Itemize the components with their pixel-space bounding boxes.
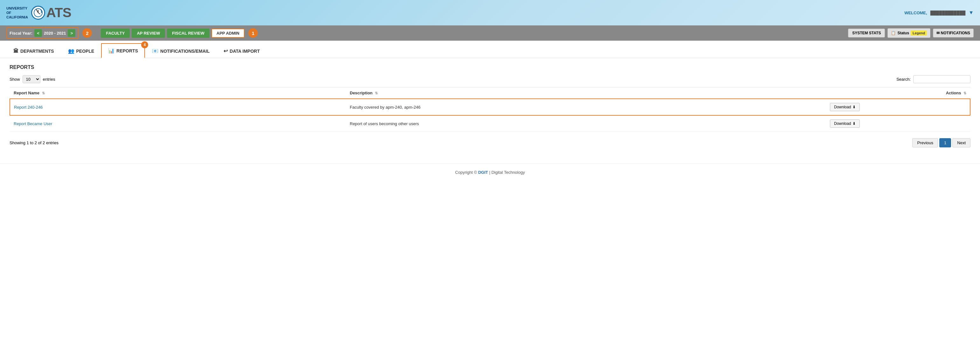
col-actions[interactable]: Actions ⇅: [826, 87, 970, 99]
show-label: Show: [10, 77, 20, 82]
nav-buttons: FACULTY AP REVIEW FISCAL REVIEW APP ADMI…: [101, 28, 245, 38]
badge-1: 1: [248, 28, 258, 38]
data-import-icon: ↩: [224, 48, 228, 54]
reports-badge: 4: [141, 41, 148, 48]
people-icon: 👥: [68, 48, 75, 54]
tab-reports-label: REPORTS: [116, 48, 138, 53]
departments-icon: 🏛: [13, 48, 18, 54]
report-desc-cell: Report of users becoming other users: [346, 116, 826, 132]
oats-logo: ATS: [31, 5, 71, 21]
report-240-246-desc: Faculty covered by apm-240, apm-246: [350, 105, 421, 109]
nav-bar: Fiscal Year: < 2020 - 2021 > 2 FACULTY A…: [0, 25, 980, 41]
faculty-button[interactable]: FACULTY: [101, 28, 130, 38]
badge-2: 2: [82, 28, 92, 38]
page-1-button[interactable]: 1: [939, 138, 951, 147]
report-became-user-desc: Report of users becoming other users: [350, 121, 419, 126]
col-report-name-label: Report Name: [14, 90, 40, 95]
welcome-user: ████████████: [931, 11, 966, 15]
legend-badge: Legend: [911, 30, 927, 36]
col-description[interactable]: Description ⇅: [346, 87, 826, 99]
entries-label: entries: [43, 77, 55, 82]
fiscal-year-label: Fiscal Year:: [10, 31, 32, 36]
sort-name-icon: ⇅: [42, 91, 45, 95]
oats-clock-icon: [31, 6, 45, 20]
col-actions-label: Actions: [946, 90, 961, 95]
status-label: Status: [897, 31, 909, 35]
tab-data-import-label: DATA IMPORT: [229, 49, 260, 54]
show-entries-section: Show 10 25 50 100 entries: [10, 75, 55, 83]
tab-reports[interactable]: 📊 REPORTS 4: [101, 43, 145, 58]
report-became-user-link[interactable]: Report Became User: [14, 121, 52, 126]
fiscal-review-button[interactable]: FISCAL REVIEW: [167, 28, 210, 38]
tab-departments-label: DEPARTMENTS: [20, 49, 54, 54]
system-stats-button[interactable]: SYSTEM STATS: [848, 28, 885, 38]
sub-nav: 🏛 DEPARTMENTS 👥 PEOPLE 📊 REPORTS 4 📧 NOT…: [0, 43, 980, 58]
fiscal-year-prev-button[interactable]: <: [34, 29, 42, 37]
nav-right: SYSTEM STATS 📋 Status Legend ✉ NOTIFICAT…: [848, 28, 974, 38]
sort-actions-icon: ⇅: [964, 91, 966, 95]
tab-people-label: PEOPLE: [76, 49, 94, 54]
app-header: UNIVERSITY OF CALIFORNIA ATS WELCOME, ██…: [0, 0, 980, 25]
table-row: Report Became User Report of users becom…: [10, 116, 970, 132]
page-title: REPORTS: [10, 65, 970, 70]
footer-company: Digital Technology: [491, 170, 525, 175]
user-dropdown-icon[interactable]: ▼: [969, 10, 974, 16]
fiscal-year-section: Fiscal Year: < 2020 - 2021 >: [6, 27, 78, 39]
tab-departments[interactable]: 🏛 DEPARTMENTS: [6, 44, 61, 58]
next-button[interactable]: Next: [952, 138, 970, 147]
copyright-text: Copyright ©: [455, 170, 477, 175]
download-240-246-button[interactable]: Download ⬇: [830, 103, 860, 111]
report-name-cell: Report Became User: [10, 116, 346, 132]
report-action-cell: Download ⬇: [826, 116, 970, 132]
dgit-label: DGIT: [478, 170, 488, 175]
table-row: Report 240-246 Faculty covered by apm-24…: [10, 99, 970, 116]
fiscal-year-value: 2020 - 2021: [44, 31, 66, 36]
previous-button[interactable]: Previous: [912, 138, 938, 147]
header-right: WELCOME, ████████████ ▼: [904, 10, 974, 16]
search-section: Search:: [896, 75, 970, 83]
notifications-button[interactable]: ✉ NOTIFICATIONS: [933, 28, 974, 38]
ap-review-button[interactable]: AP REVIEW: [132, 28, 165, 38]
reports-icon: 📊: [108, 47, 115, 54]
app-name: ATS: [46, 5, 71, 21]
logo-section: UNIVERSITY OF CALIFORNIA ATS: [6, 5, 71, 21]
app-admin-button[interactable]: APP ADMIN: [212, 28, 245, 38]
download-label: Download: [834, 105, 851, 109]
col-report-name[interactable]: Report Name ⇅: [10, 87, 346, 99]
tab-people[interactable]: 👥 PEOPLE: [61, 44, 102, 58]
table-footer: Showing 1 to 2 of 2 entries Previous 1 N…: [10, 138, 970, 147]
status-icon: 📋: [891, 31, 896, 35]
main-content: REPORTS Show 10 25 50 100 entries Search…: [0, 58, 980, 154]
table-controls: Show 10 25 50 100 entries Search:: [10, 75, 970, 83]
download-icon-2: ⬇: [853, 121, 856, 126]
sort-desc-icon: ⇅: [375, 91, 378, 95]
download-icon: ⬇: [853, 105, 856, 109]
tab-notifications[interactable]: 📧 NOTIFICATIONS/EMAIL: [145, 44, 216, 58]
uc-text: UNIVERSITY OF CALIFORNIA: [6, 6, 28, 20]
report-name-cell: Report 240-246: [10, 99, 346, 116]
pagination: Previous 1 Next: [912, 138, 970, 147]
download-became-user-button[interactable]: Download ⬇: [830, 119, 860, 128]
report-240-246-link[interactable]: Report 240-246: [14, 105, 43, 109]
tab-data-import[interactable]: ↩ DATA IMPORT: [216, 44, 267, 58]
tab-notifications-label: NOTIFICATIONS/EMAIL: [160, 49, 210, 54]
search-label: Search:: [896, 77, 911, 82]
welcome-label: WELCOME,: [904, 11, 927, 15]
report-action-cell: Download ⬇: [826, 99, 970, 116]
report-desc-cell: Faculty covered by apm-240, apm-246: [346, 99, 826, 116]
status-button[interactable]: 📋 Status Legend: [888, 28, 931, 38]
table-header-row: Report Name ⇅ Description ⇅ Actions ⇅: [10, 87, 970, 99]
showing-entries-text: Showing 1 to 2 of 2 entries: [10, 141, 59, 145]
page-footer: Copyright © DGIT | Digital Technology: [0, 163, 980, 181]
entries-select[interactable]: 10 25 50 100: [22, 75, 40, 83]
download-label-2: Download: [834, 121, 851, 126]
fiscal-year-next-button[interactable]: >: [68, 29, 75, 37]
col-description-label: Description: [350, 90, 373, 95]
notifications-email-icon: 📧: [152, 48, 158, 54]
search-input[interactable]: [913, 75, 970, 83]
reports-table: Report Name ⇅ Description ⇅ Actions ⇅ Re…: [10, 87, 970, 132]
